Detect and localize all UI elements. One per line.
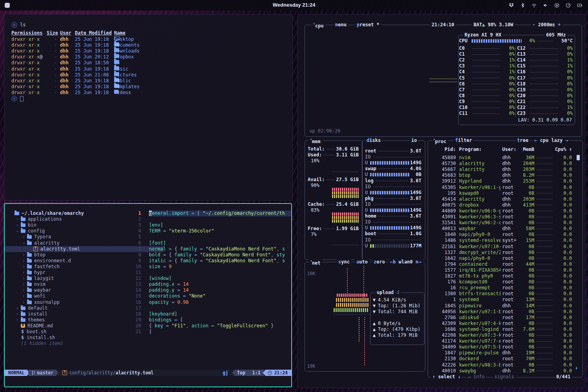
code-line[interactable]: [font]: [149, 240, 291, 246]
process-row[interactable]: 40075dropboxdhh413M0.0: [430, 202, 573, 208]
proc-info-hint[interactable]: ↵ info: [466, 374, 486, 379]
code-line[interactable]: [keyboard]: [149, 311, 291, 317]
wifi-icon[interactable]: [532, 3, 537, 8]
tree-item[interactable]: ›Typora: [5, 234, 152, 240]
process-row[interactable]: 1577irq/81-PIXA3854:root0B0.0: [430, 267, 573, 273]
proc-signals-hint[interactable]: signals: [493, 374, 516, 379]
code-line[interactable]: [env]: [149, 222, 291, 228]
volume-icon[interactable]: [543, 3, 548, 8]
process-row[interactable]: 195kswapd0root0B0.0: [430, 191, 573, 196]
tree-item[interactable]: ›wofi: [5, 293, 152, 299]
terminal-window-ls[interactable]: → ls Permissions Size User Date Modified…: [4, 14, 293, 201]
tree-item[interactable]: ›btop: [5, 252, 152, 258]
tree-item[interactable]: ›install: [5, 311, 146, 317]
code-line[interactable]: [149, 234, 291, 240]
process-row[interactable]: 45305kworker/u96:1-gfroot0B0.0: [430, 185, 573, 191]
tree-item[interactable]: ›xournalpp: [5, 299, 152, 305]
process-row[interactable]: 42226kworker/u98:3-btroot0B0.0: [430, 362, 573, 368]
tree-item[interactable]: ›fastfetch: [5, 264, 152, 270]
tree-item[interactable]: $install.sh: [5, 335, 151, 341]
process-row[interactable]: 1327dmcrypt_write/25root0B0.0: [430, 250, 573, 256]
tree-item[interactable]: MREADME.md: [5, 323, 151, 329]
code-line[interactable]: size = 9: [149, 264, 291, 270]
tree-item[interactable]: ›applications: [5, 216, 146, 222]
tab-proc[interactable]: ⁴proc: [432, 138, 448, 143]
process-row[interactable]: 34409kworker/u97:5-btroot0B0.0: [430, 344, 573, 350]
tree-item[interactable]: ›config: [5, 228, 146, 234]
process-row[interactable]: 16rcu_preemptroot0B0.0: [430, 285, 573, 291]
process-row[interactable]: 176kcompactd0root0B0.0: [430, 279, 573, 285]
btop-window[interactable]: ¹cpu menu preset * 21:24:10 BAT▲ 98% 3.1…: [297, 14, 585, 388]
process-row[interactable]: 40013waybardhh58M0.0: [430, 226, 573, 232]
code-line[interactable]: [149, 270, 291, 276]
gauge-icon[interactable]: [566, 3, 571, 8]
process-row[interactable]: 45889nvimdhh36M0.0: [430, 155, 573, 161]
process-row[interactable]: 22161kworker/u97:10-eroot0B0.0: [430, 244, 573, 250]
process-row[interactable]: 1845pipewiredhh14M0.0: [430, 303, 573, 309]
code-line[interactable]: italic = { family = "CaskaydiaMono Nerd …: [149, 258, 291, 264]
menu-button[interactable]: menu: [334, 22, 348, 27]
code-line[interactable]: [window]: [149, 276, 291, 281]
code-line[interactable]: bindings = [: [149, 317, 291, 323]
tree-item[interactable]: ›bin: [5, 222, 146, 228]
code-line[interactable]: [149, 216, 291, 222]
process-row[interactable]: 1847pipewire-pulsedhh19M0.0: [430, 350, 573, 356]
battery-icon[interactable]: [577, 3, 583, 8]
proc-scrollbar[interactable]: [577, 155, 580, 160]
proc-sort-selector[interactable]: ← cpu lazy →: [533, 138, 570, 143]
net-sync-toggle[interactable]: sync: [337, 259, 351, 265]
tree-item[interactable]: ›hypr: [5, 270, 152, 276]
process-row[interactable]: 44956kworker/u97:1-btroot0B0.0: [430, 309, 573, 315]
net-interface-switch[interactable]: ←b wlan0 n→: [388, 259, 423, 265]
process-row[interactable]: 40010swaybgdhh8.1M0.0: [430, 368, 573, 374]
tree-item[interactable]: ~/.local/share/omarchy: [5, 211, 145, 216]
tree-item[interactable]: ›waybar: [5, 287, 152, 293]
code-line[interactable]: TERM = "xterm-256color": [149, 228, 291, 234]
update-interval[interactable]: - 2000ms +: [531, 22, 562, 27]
net-auto-toggle[interactable]: auto: [355, 259, 369, 265]
prompt-line-input[interactable]: →: [11, 96, 24, 102]
tree-item[interactable]: ›default: [5, 305, 146, 311]
code-line[interactable]: padding.y = 14: [149, 287, 291, 293]
process-row[interactable]: 1827mt76-tx phy0root0B0.0: [430, 273, 573, 279]
process-row[interactable]: 45683btopdhh8.2M0.0: [430, 172, 573, 178]
process-row[interactable]: 42208kworker/u97:3-kcroot0B0.0: [430, 332, 573, 338]
code-line[interactable]: ]: [149, 329, 291, 335]
proc-select-hint[interactable]: ↑ select ↓: [431, 374, 462, 379]
process-row[interactable]: 45414alacrittydhh203M0.0: [430, 196, 573, 202]
editor-window[interactable]: ~/.local/share/omarchy›applications›bin›…: [4, 203, 292, 387]
tree-item[interactable]: ›nvim: [5, 281, 152, 287]
dropbox-icon[interactable]: [509, 3, 514, 8]
code-line[interactable]: decorations = "None": [149, 293, 291, 299]
tree-item[interactable]: ›lazygit: [5, 276, 152, 281]
tree-item[interactable]: $boot.sh: [5, 329, 151, 335]
tab-cpu[interactable]: ¹cpu: [312, 22, 325, 27]
tree-item[interactable]: (1 hidden item): [5, 341, 151, 347]
process-row[interactable]: 42309kworker/u97:4-kcroot0B0.0: [430, 321, 573, 327]
process-row[interactable]: 45730alacrittydhh204M0.0: [430, 161, 573, 167]
tree-item[interactable]: ›alacritty: [5, 240, 152, 246]
process-row[interactable]: 1486systemd-resolvesyst+15M0.0: [430, 238, 573, 243]
tree-item[interactable]: ›environment.d: [5, 258, 152, 264]
git-branch-segment[interactable]: master: [28, 370, 59, 376]
net-zero-toggle[interactable]: zero: [372, 259, 387, 265]
record-icon[interactable]: [554, 3, 559, 8]
process-row[interactable]: 43091kworker/u96:3-sdroot0B0.0: [430, 214, 573, 220]
process-row[interactable]: 41174kworker/u97:7-evroot0B0.0: [430, 338, 573, 344]
process-row[interactable]: 1systemdroot13M0.0: [430, 297, 573, 303]
process-row[interactable]: 1640napi/phy0-0root0B0.0: [430, 232, 573, 238]
proc-filter-button[interactable]: filter: [454, 138, 474, 143]
preset-button[interactable]: preset *: [355, 22, 381, 27]
process-row[interactable]: 1380btrfs-transactioroot0B0.0: [430, 291, 573, 297]
proc-tree-toggle[interactable]: tree: [515, 138, 530, 143]
code-line[interactable]: normal = { family = "CaskaydiaMono Nerd …: [149, 246, 291, 252]
code-line[interactable]: [149, 305, 291, 311]
process-row[interactable]: 39912Hyprlanddhh253M0.0: [430, 178, 573, 184]
tab-disks[interactable]: disks: [365, 138, 382, 143]
process-row[interactable]: 1794containerdroot44M0.0: [430, 261, 573, 267]
code-line[interactable]: padding.x = 14: [149, 281, 291, 287]
code-line[interactable]: { key = "F11", action = "ToggleFullscree…: [149, 323, 291, 329]
process-row[interactable]: 1642napi/phy0-0root0B0.0: [430, 256, 573, 261]
disks-io-toggle[interactable]: io: [410, 138, 418, 143]
process-row[interactable]: 1686systemd-logindroot7.6M0.0: [430, 327, 573, 332]
